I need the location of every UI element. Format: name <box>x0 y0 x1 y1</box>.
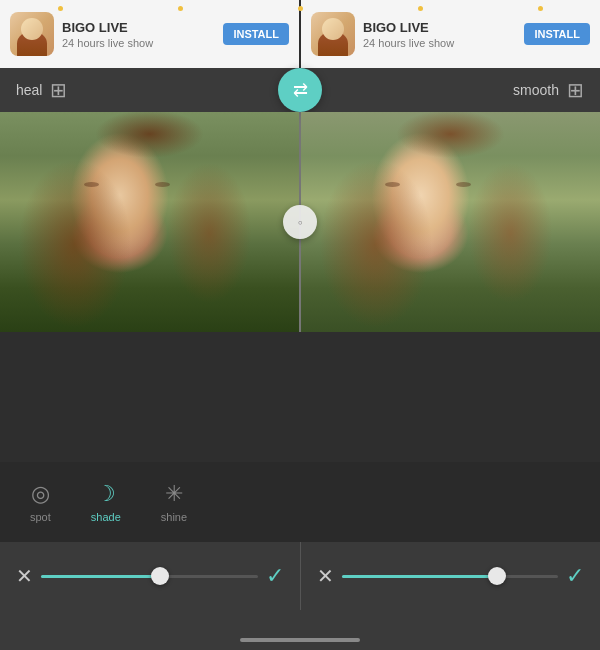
control-shade[interactable]: ☽ shade <box>91 481 121 523</box>
comparison-divider-handle[interactable]: ◦ <box>283 205 317 239</box>
slider-right[interactable] <box>342 575 559 578</box>
ad-subtitle-left: 24 hours live show <box>62 37 215 49</box>
shade-icon: ☽ <box>96 481 116 507</box>
slider-fill-right <box>342 575 498 578</box>
shine-label: shine <box>161 511 187 523</box>
shade-label: shade <box>91 511 121 523</box>
images-comparison-row: ◦ <box>0 112 600 332</box>
split-view-icon-right[interactable]: ⊞ <box>567 80 584 100</box>
ad-install-button-left[interactable]: INSTALL <box>223 23 289 45</box>
action-bar-left: ✕ ✓ <box>0 542 301 610</box>
cancel-button-right[interactable]: ✕ <box>317 564 334 588</box>
ads-row: BIGO LIVE 24 hours live show INSTALL BIG… <box>0 0 600 68</box>
ad-text-right: BIGO LIVE 24 hours live show <box>363 20 516 49</box>
smooth-label: smooth <box>513 82 559 98</box>
fab-container: ⇄ <box>278 68 322 112</box>
slider-thumb-left[interactable] <box>151 567 169 585</box>
fab-button[interactable]: ⇄ <box>278 68 322 112</box>
ad-avatar-right <box>311 12 355 56</box>
slider-thumb-right[interactable] <box>488 567 506 585</box>
ad-subtitle-right: 24 hours live show <box>363 37 516 49</box>
slider-fill-left <box>41 575 160 578</box>
action-bars: ✕ ✓ ✕ ✓ <box>0 542 600 610</box>
spot-icon: ◎ <box>31 481 50 507</box>
control-shine[interactable]: ✳ shine <box>161 481 187 523</box>
ad-avatar-left <box>10 12 54 56</box>
lower-spacer <box>0 332 600 462</box>
image-panel-before <box>0 112 299 332</box>
cancel-button-left[interactable]: ✕ <box>16 564 33 588</box>
control-spot[interactable]: ◎ spot <box>30 481 51 523</box>
ad-install-button-right[interactable]: INSTALL <box>524 23 590 45</box>
action-bar-right: ✕ ✓ <box>301 542 601 610</box>
portrait-before-features <box>0 112 299 332</box>
toolbar-row: heal ⊞ ⇄ smooth ⊞ <box>0 68 600 112</box>
spot-label: spot <box>30 511 51 523</box>
swap-icon: ⇄ <box>293 79 308 101</box>
toolbar-right: smooth ⊞ <box>513 80 584 100</box>
confirm-button-right[interactable]: ✓ <box>566 563 584 589</box>
ad-text-left: BIGO LIVE 24 hours live show <box>62 20 215 49</box>
ad-banner-right[interactable]: BIGO LIVE 24 hours live show INSTALL <box>301 0 600 68</box>
ad-title-right: BIGO LIVE <box>363 20 516 35</box>
home-indicator <box>240 638 360 642</box>
toolbar-left: heal ⊞ <box>16 80 67 100</box>
divider-icon: ◦ <box>298 214 303 230</box>
ad-title-left: BIGO LIVE <box>62 20 215 35</box>
confirm-button-left[interactable]: ✓ <box>266 563 284 589</box>
slider-left[interactable] <box>41 575 258 578</box>
controls-panel: ◎ spot ☽ shade ✳ shine <box>0 462 600 542</box>
portrait-after-features <box>301 112 600 332</box>
heal-label: heal <box>16 82 42 98</box>
image-panel-after <box>301 112 600 332</box>
ad-banner-left[interactable]: BIGO LIVE 24 hours live show INSTALL <box>0 0 299 68</box>
split-view-icon-left[interactable]: ⊞ <box>50 80 67 100</box>
shine-icon: ✳ <box>165 481 183 507</box>
